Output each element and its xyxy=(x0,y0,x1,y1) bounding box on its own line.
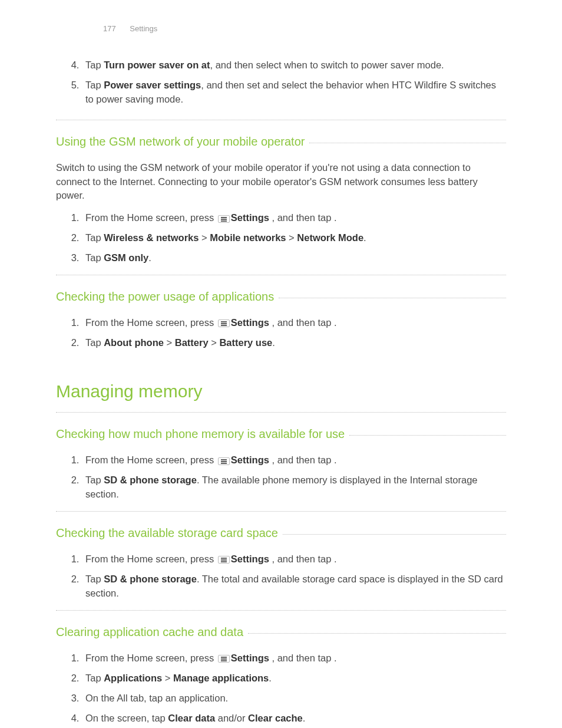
step-text: Tap xyxy=(85,574,104,584)
gsm-steps: From the Home screen, press Settings , a… xyxy=(56,211,506,265)
bold-term: Applications xyxy=(104,673,162,683)
step-text: , and then tap xyxy=(269,454,334,465)
step-text: > xyxy=(162,673,173,683)
bold-term: Mobile networks xyxy=(210,232,286,243)
power-usage-steps: From the Home screen, press Settings , a… xyxy=(56,316,506,350)
step-item: Tap Power saver settings, and then set a… xyxy=(82,78,506,107)
step-text: Tap xyxy=(85,673,104,683)
step-text: Tap xyxy=(85,337,104,348)
header-section-name: Settings xyxy=(130,24,157,35)
bold-term: Wireless & networks xyxy=(104,232,199,243)
step-item: Tap Turn power saver on at, and then sel… xyxy=(82,58,506,73)
step-text: , and then tap xyxy=(269,212,334,223)
step-text: Tap xyxy=(85,232,104,243)
menu-icon xyxy=(218,215,230,223)
step-text: Tap xyxy=(85,60,104,70)
bold-term: Manage applications xyxy=(173,673,269,683)
step-text: On the All tab, tap an application. xyxy=(85,693,228,703)
bold-term: Turn power saver on at xyxy=(104,60,210,70)
step-text: , and then tap xyxy=(269,653,334,663)
step-text: . xyxy=(334,454,337,465)
step-text: . xyxy=(148,252,151,263)
step-text: , and then tap xyxy=(269,554,334,564)
step-text: . xyxy=(334,554,337,564)
bold-term: Network Mode xyxy=(297,232,363,243)
menu-icon xyxy=(218,655,230,663)
step-item: From the Home screen, press Settings , a… xyxy=(82,552,506,566)
bold-term: Battery use xyxy=(219,337,272,348)
clear-cache-steps: From the Home screen, press Settings , a… xyxy=(56,651,506,726)
step-item: On the All tab, tap an application. xyxy=(82,691,506,706)
step-text: . xyxy=(334,317,337,328)
step-item: On the screen, tap Clear data and/or Cle… xyxy=(82,711,506,726)
step-item: From the Home screen, press Settings , a… xyxy=(82,651,506,666)
step-text: On the screen, tap xyxy=(85,713,168,723)
bold-term: Power saver settings xyxy=(104,80,201,90)
step-item: Tap Wireless & networks > Mobile network… xyxy=(82,231,506,245)
bold-term: Clear cache xyxy=(248,713,303,723)
menu-icon xyxy=(218,319,230,327)
divider xyxy=(56,412,506,413)
divider xyxy=(56,120,506,120)
divider xyxy=(309,143,506,143)
divider xyxy=(56,511,506,512)
step-text: and/or xyxy=(215,713,248,723)
step-text: From the Home screen, press xyxy=(85,554,217,564)
step-item: Tap GSM only. xyxy=(82,251,506,265)
gsm-body: Switch to using the GSM network of your … xyxy=(56,161,506,203)
divider xyxy=(56,275,506,275)
step-text: > xyxy=(199,232,210,243)
step-text: . xyxy=(334,212,337,223)
step-text: Tap xyxy=(85,252,104,263)
bold-term: SD & phone storage xyxy=(104,475,197,485)
step-text: . xyxy=(269,673,272,683)
bold-term: Settings xyxy=(231,317,269,328)
step-item: From the Home screen, press Settings , a… xyxy=(82,211,506,225)
step-text: . xyxy=(363,232,366,243)
bold-term: Clear data xyxy=(168,713,215,723)
bold-term: GSM only xyxy=(104,252,148,263)
menu-icon xyxy=(218,556,230,564)
divider xyxy=(283,534,506,535)
clear-cache-heading: Clearing application cache and data xyxy=(56,624,243,641)
managing-memory-heading: Managing memory xyxy=(56,378,506,404)
step-text: . xyxy=(334,653,337,663)
phone-memory-heading: Checking how much phone memory is availa… xyxy=(56,426,345,443)
phone-memory-steps: From the Home screen, press Settings , a… xyxy=(56,453,506,502)
step-text: > xyxy=(286,232,297,243)
divider xyxy=(279,298,506,298)
step-item: Tap SD & phone storage. The available ph… xyxy=(82,473,506,502)
document-page: 177 Settings Tap Turn power saver on at,… xyxy=(0,0,562,728)
bold-term: Settings xyxy=(231,454,269,465)
step-text: > xyxy=(209,337,220,348)
step-text: From the Home screen, press xyxy=(85,317,217,328)
divider xyxy=(56,610,506,611)
step-text: > xyxy=(164,337,175,348)
page-number: 177 xyxy=(103,24,116,35)
divider xyxy=(349,435,506,436)
step-text: From the Home screen, press xyxy=(85,653,217,663)
step-item: Tap About phone > Battery > Battery use. xyxy=(82,336,506,350)
bold-term: Settings xyxy=(231,212,269,223)
step-item: Tap Applications > Manage applications. xyxy=(82,671,506,686)
step-text: From the Home screen, press xyxy=(85,212,217,223)
gsm-heading: Using the GSM network of your mobile ope… xyxy=(56,133,305,150)
step-text: Tap xyxy=(85,80,104,90)
menu-icon xyxy=(218,457,230,465)
bold-term: Settings xyxy=(231,554,269,564)
step-item: From the Home screen, press Settings , a… xyxy=(82,316,506,330)
power-saver-continued-steps: Tap Turn power saver on at, and then sel… xyxy=(56,58,506,107)
card-space-steps: From the Home screen, press Settings , a… xyxy=(56,552,506,601)
bold-term: Battery xyxy=(175,337,209,348)
bold-term: Settings xyxy=(231,653,269,663)
step-text: . xyxy=(303,713,306,723)
step-text: . xyxy=(272,337,275,348)
step-text: Tap xyxy=(85,475,104,485)
bold-term: About phone xyxy=(104,337,164,348)
step-text: From the Home screen, press xyxy=(85,454,217,465)
step-text: , and then tap xyxy=(269,317,334,328)
divider xyxy=(248,633,506,634)
card-space-heading: Checking the available storage card spac… xyxy=(56,525,278,542)
page-header: 177 Settings xyxy=(56,24,506,35)
step-text: , and then select when to switch to powe… xyxy=(210,60,444,70)
